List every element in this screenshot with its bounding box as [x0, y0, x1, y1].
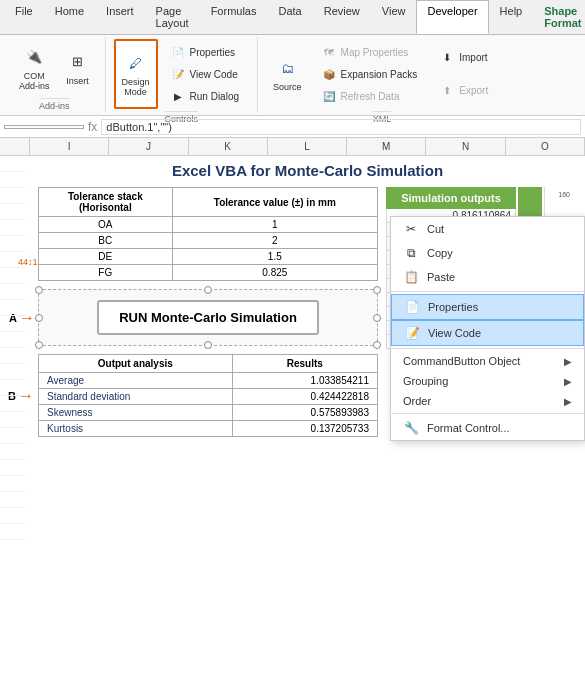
import-label: Import	[459, 52, 487, 63]
col-m: M	[347, 138, 426, 155]
row-num-19	[0, 444, 26, 460]
run-dialog-button[interactable]: ▶ Run Dialog	[164, 85, 245, 107]
tab-formulas[interactable]: Formulas	[200, 0, 268, 34]
ctx-paste[interactable]: 📋 Paste	[391, 265, 584, 289]
tab-developer[interactable]: Developer	[416, 0, 488, 34]
row-num-6	[0, 236, 26, 252]
row-num-22	[0, 492, 26, 508]
row-num-2	[0, 172, 26, 188]
handle-br[interactable]	[373, 341, 381, 349]
row-num-7	[0, 252, 26, 268]
handle-tc[interactable]	[204, 286, 212, 294]
output-header-2: Results	[232, 355, 377, 373]
ribbon-group-addins: 🔌 COMAdd-ins ⊞ Insert Add-ins	[4, 37, 106, 113]
map-properties-button[interactable]: 🗺 Map Properties	[315, 41, 424, 63]
row-num-14	[0, 364, 26, 380]
ctx-format-control[interactable]: 🔧 Format Control...	[391, 416, 584, 440]
ctx-cut[interactable]: ✂ Cut	[391, 217, 584, 241]
ctx-properties-icon: 📄	[404, 299, 420, 315]
tab-home[interactable]: Home	[44, 0, 95, 34]
row-fg-value: 0.825	[172, 265, 377, 281]
export-button[interactable]: ⬆ Export	[433, 80, 494, 102]
ribbon-group-controls: 🖊 DesignMode 📄 Properties 📝 View Code	[106, 37, 259, 113]
properties-label: Properties	[190, 47, 236, 58]
formula-bar: fx dButton.1","")	[0, 116, 585, 138]
ctx-cut-label: Cut	[427, 223, 444, 235]
ctx-sep-1	[391, 291, 584, 292]
properties-icon: 📄	[170, 44, 186, 60]
kurt-label: Kurtosis	[39, 421, 233, 437]
handle-bc[interactable]	[204, 341, 212, 349]
skew-value: 0.575893983	[232, 405, 377, 421]
col-i: I	[30, 138, 109, 155]
col-o: O	[506, 138, 585, 155]
xml-buttons: 🗂 Source 🗺 Map Properties 📦 Expansion Pa…	[266, 39, 498, 109]
tab-review[interactable]: Review	[313, 0, 371, 34]
handle-tr[interactable]	[373, 286, 381, 294]
row-num-24	[0, 524, 26, 540]
formula-content[interactable]: dButton.1","")	[101, 119, 581, 135]
design-mode-label: DesignMode	[122, 77, 150, 97]
tab-file[interactable]: File	[4, 0, 44, 34]
insert-button[interactable]: ⊞ Insert	[59, 39, 97, 96]
design-mode-button[interactable]: 🖊 DesignMode	[114, 39, 158, 109]
tolerance-header-1: Tolerance stack(Horisontal	[39, 188, 173, 217]
run-simulation-button[interactable]: RUN Monte-Carlo Simulation	[97, 300, 319, 335]
ctx-paste-label: Paste	[427, 271, 455, 283]
import-button[interactable]: ⬇ Import	[433, 47, 494, 69]
tab-insert[interactable]: Insert	[95, 0, 145, 34]
output-analysis-table: Output analysis Results Average 1.033854…	[38, 354, 378, 437]
expansion-packs-label: Expansion Packs	[341, 69, 418, 80]
handle-lc[interactable]	[35, 314, 43, 322]
tab-shapeformat[interactable]: Shape Format	[533, 0, 585, 34]
ribbon-group-controls-inner: 🖊 DesignMode 📄 Properties 📝 View Code	[106, 37, 258, 113]
refresh-data-button[interactable]: 🔄 Refresh Data	[315, 85, 424, 107]
row-bc-label: BC	[39, 233, 173, 249]
ctx-order-label: Order	[403, 395, 431, 407]
run-dialog-icon: ▶	[170, 88, 186, 104]
ctx-properties-label: Properties	[428, 301, 478, 313]
tab-view[interactable]: View	[371, 0, 417, 34]
import-icon: ⬇	[439, 50, 455, 66]
ctx-copy[interactable]: ⧉ Copy	[391, 241, 584, 265]
ctx-properties[interactable]: 📄 Properties	[391, 294, 584, 320]
table-row: DE 1.5	[39, 249, 378, 265]
expansion-packs-button[interactable]: 📦 Expansion Packs	[315, 63, 424, 85]
ctx-order[interactable]: Order ▶	[391, 391, 584, 411]
ribbon-group-xml: 🗂 Source 🗺 Map Properties 📦 Expansion Pa…	[258, 37, 506, 113]
tab-data[interactable]: Data	[267, 0, 312, 34]
kurt-value: 0.137205733	[232, 421, 377, 437]
table-row: FG 0.825	[39, 265, 378, 281]
row-numbers	[0, 156, 26, 540]
tab-pagelayout[interactable]: Page Layout	[145, 0, 200, 34]
ctx-sep-3	[391, 413, 584, 414]
row-fg-label: FG	[39, 265, 173, 281]
col-j: J	[109, 138, 188, 155]
ribbon-tab-bar: File Home Insert Page Layout Formulas Da…	[0, 0, 585, 35]
ctx-grouping[interactable]: Grouping ▶	[391, 371, 584, 391]
row-num-5	[0, 220, 26, 236]
spreadsheet-main: Excel VBA for Monte-Carlo Simulation 44↕…	[0, 156, 585, 675]
handle-bl[interactable]	[35, 341, 43, 349]
ribbon-content: 🔌 COMAdd-ins ⊞ Insert Add-ins 🖊 Design	[0, 35, 585, 115]
handle-rc[interactable]	[373, 314, 381, 322]
source-button[interactable]: 🗂 Source	[266, 39, 309, 109]
cell-reference[interactable]	[4, 125, 84, 129]
xml-col2: ⬇ Import ⬆ Export	[429, 39, 498, 109]
row-num-16	[0, 396, 26, 412]
col-l: L	[268, 138, 347, 155]
tab-help[interactable]: Help	[489, 0, 534, 34]
row-num-17	[0, 412, 26, 428]
controls-col: 📄 Properties 📝 View Code ▶ Run Dialog	[160, 39, 249, 109]
export-label: Export	[459, 85, 488, 96]
handle-tl[interactable]	[35, 286, 43, 294]
std-value: 0.424422818	[232, 389, 377, 405]
map-props-icon: 🗺	[321, 44, 337, 60]
ctx-view-code[interactable]: 📝 View Code	[391, 320, 584, 346]
properties-button[interactable]: 📄 Properties	[164, 41, 245, 63]
ctx-commandbutton-object[interactable]: CommandButton Object ▶	[391, 351, 584, 371]
view-code-button[interactable]: 📝 View Code	[164, 63, 245, 85]
row-num-4	[0, 204, 26, 220]
com-addins-button[interactable]: 🔌 COMAdd-ins	[12, 39, 57, 96]
sub-arrow-1: ▶	[564, 356, 572, 367]
